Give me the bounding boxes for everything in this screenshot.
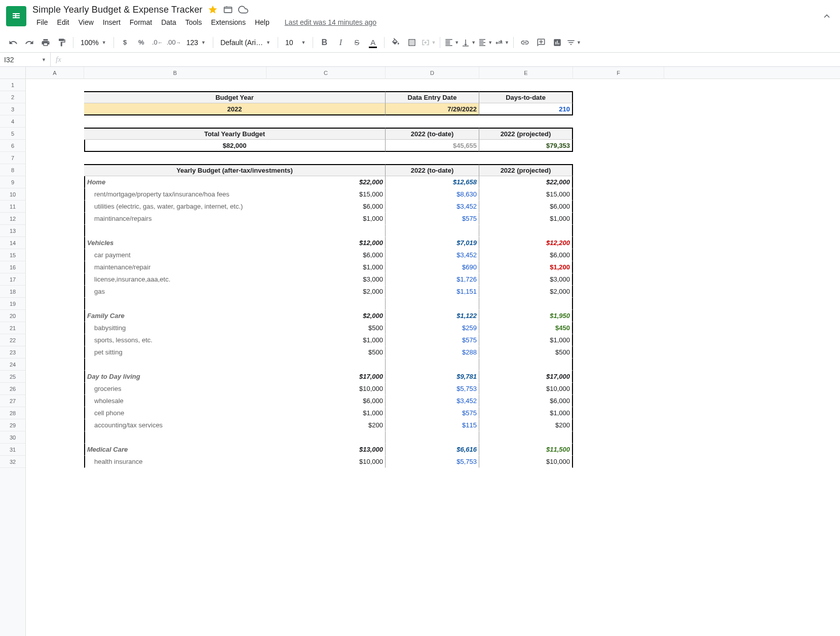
- projected-header[interactable]: 2022 (projected): [479, 164, 573, 176]
- cloud-status-icon[interactable]: [238, 5, 248, 15]
- row-header[interactable]: 17: [0, 273, 25, 286]
- category-label[interactable]: Vehicles: [84, 237, 266, 249]
- item-todate[interactable]: $575: [386, 213, 479, 225]
- cell[interactable]: [573, 395, 664, 407]
- item-projected[interactable]: $1,000: [479, 334, 573, 346]
- item-projected[interactable]: $3,000: [479, 273, 573, 286]
- text-rotation-icon[interactable]: ▼: [494, 35, 509, 50]
- category-todate[interactable]: $7,019: [386, 237, 479, 249]
- cell[interactable]: [26, 237, 84, 249]
- item-budget[interactable]: $3,000: [266, 273, 386, 286]
- category-projected[interactable]: $17,000: [479, 371, 573, 383]
- cell[interactable]: [573, 79, 664, 91]
- cell[interactable]: [26, 188, 84, 201]
- cell[interactable]: [26, 310, 84, 322]
- item-label[interactable]: pet sitting: [84, 346, 266, 359]
- paint-format-icon[interactable]: [55, 35, 69, 50]
- total-budget-value[interactable]: $82,000: [84, 140, 386, 152]
- cell[interactable]: [266, 152, 386, 164]
- cell[interactable]: [573, 261, 664, 273]
- row-header[interactable]: 32: [0, 456, 25, 468]
- item-budget[interactable]: $200: [266, 419, 386, 431]
- days-to-date-header[interactable]: Days-to-date: [479, 91, 573, 103]
- row-header[interactable]: 10: [0, 188, 25, 201]
- item-projected[interactable]: $15,000: [479, 188, 573, 201]
- cell[interactable]: [26, 395, 84, 407]
- item-todate[interactable]: $259: [386, 322, 479, 334]
- cell[interactable]: [573, 237, 664, 249]
- item-todate[interactable]: $5,753: [386, 383, 479, 395]
- menu-insert[interactable]: Insert: [99, 16, 125, 28]
- cell[interactable]: [573, 164, 664, 176]
- cell[interactable]: [26, 249, 84, 261]
- item-todate[interactable]: $690: [386, 261, 479, 273]
- category-label[interactable]: Day to Day living: [84, 371, 266, 383]
- row-header[interactable]: 29: [0, 419, 25, 431]
- item-projected[interactable]: $1,200: [479, 261, 573, 273]
- row-header[interactable]: 31: [0, 444, 25, 456]
- cell[interactable]: [84, 298, 266, 310]
- row-header[interactable]: 21: [0, 322, 25, 334]
- item-todate[interactable]: $115: [386, 419, 479, 431]
- row-header[interactable]: 4: [0, 115, 25, 128]
- cell[interactable]: [386, 298, 479, 310]
- cell[interactable]: [573, 383, 664, 395]
- row-header[interactable]: 1: [0, 79, 25, 91]
- cell[interactable]: [573, 176, 664, 188]
- insert-link-icon[interactable]: [518, 35, 532, 50]
- item-projected[interactable]: $500: [479, 346, 573, 359]
- doc-title[interactable]: Simple Yearly Budget & Expense Tracker: [32, 5, 203, 15]
- item-todate[interactable]: $575: [386, 334, 479, 346]
- font-size-dropdown[interactable]: 10▼: [282, 38, 309, 47]
- row-header[interactable]: 19: [0, 298, 25, 310]
- category-projected[interactable]: $22,000: [479, 176, 573, 188]
- item-projected[interactable]: $200: [479, 419, 573, 431]
- category-budget[interactable]: $2,000: [266, 310, 386, 322]
- item-label[interactable]: sports, lessons, etc.: [84, 334, 266, 346]
- category-projected[interactable]: $12,200: [479, 237, 573, 249]
- col-header[interactable]: B: [84, 67, 266, 78]
- cell[interactable]: [266, 115, 386, 128]
- item-label[interactable]: cell phone: [84, 407, 266, 419]
- col-header[interactable]: C: [266, 67, 386, 78]
- increase-decimal-icon[interactable]: .00→: [167, 35, 181, 50]
- cell[interactable]: [573, 359, 664, 371]
- item-budget[interactable]: $6,000: [266, 201, 386, 213]
- item-budget[interactable]: $10,000: [266, 456, 386, 468]
- category-label[interactable]: Family Care: [84, 310, 266, 322]
- item-label[interactable]: rent/mortgage/property tax/insurance/hoa…: [84, 188, 266, 201]
- borders-icon[interactable]: [405, 35, 419, 50]
- row-header[interactable]: 15: [0, 249, 25, 261]
- category-todate[interactable]: $9,781: [386, 371, 479, 383]
- filter-icon[interactable]: ▼: [566, 35, 581, 50]
- cell[interactable]: [573, 322, 664, 334]
- projected-header[interactable]: 2022 (projected): [479, 128, 573, 140]
- text-color-icon[interactable]: A: [366, 35, 380, 50]
- cell[interactable]: [26, 213, 84, 225]
- item-todate[interactable]: $1,726: [386, 273, 479, 286]
- cell[interactable]: [573, 444, 664, 456]
- cell[interactable]: [26, 79, 84, 91]
- cell[interactable]: [386, 431, 479, 444]
- undo-icon[interactable]: [6, 35, 20, 50]
- cell[interactable]: [84, 115, 266, 128]
- cell[interactable]: [26, 407, 84, 419]
- cell[interactable]: [573, 419, 664, 431]
- select-all-corner[interactable]: [0, 67, 25, 79]
- redo-icon[interactable]: [22, 35, 36, 50]
- item-budget[interactable]: $500: [266, 322, 386, 334]
- row-header[interactable]: 3: [0, 103, 25, 115]
- item-label[interactable]: wholesale: [84, 395, 266, 407]
- menu-format[interactable]: Format: [126, 16, 156, 28]
- cell[interactable]: [266, 79, 386, 91]
- cell[interactable]: [26, 273, 84, 286]
- category-budget[interactable]: $13,000: [266, 444, 386, 456]
- total-budget-header[interactable]: Total Yearly Budget: [84, 128, 386, 140]
- menu-file[interactable]: File: [32, 16, 52, 28]
- cell[interactable]: [386, 152, 479, 164]
- cell[interactable]: [26, 225, 84, 237]
- merge-cells-icon[interactable]: ▼: [421, 35, 436, 50]
- cell[interactable]: [573, 456, 664, 468]
- strikethrough-icon[interactable]: S: [350, 35, 364, 50]
- menu-extensions[interactable]: Extensions: [207, 16, 249, 28]
